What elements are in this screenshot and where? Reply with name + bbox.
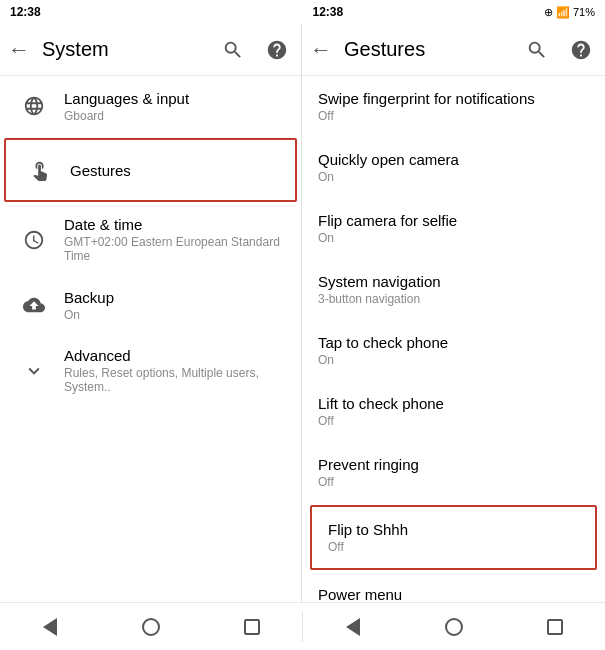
- gesture-item-lift-check[interactable]: Lift to check phone Off: [302, 381, 605, 442]
- gesture-item-power-menu[interactable]: Power menu Show device controls: [302, 572, 605, 602]
- advanced-subtitle: Rules, Reset options, Multiple users, Sy…: [64, 366, 285, 394]
- right-gestures-list: Swipe fingerprint for notifications Off …: [302, 76, 605, 602]
- left-help-button[interactable]: [261, 34, 293, 66]
- main-content: ← System Languages & input Gboard: [0, 24, 605, 602]
- datetime-subtitle: GMT+02:00 Eastern European Standard Time: [64, 235, 285, 263]
- left-back-nav-button[interactable]: [30, 607, 70, 647]
- gesture-item-open-camera[interactable]: Quickly open camera On: [302, 137, 605, 198]
- prevent-ringing-title: Prevent ringing: [318, 456, 589, 473]
- left-toolbar-icons: [217, 34, 293, 66]
- system-navigation-subtitle: 3-button navigation: [318, 292, 589, 306]
- left-home-nav-button[interactable]: [131, 607, 171, 647]
- gesture-item-prevent-ringing[interactable]: Prevent ringing Off: [302, 442, 605, 503]
- status-bar-right: 12:38 ⊕ 📶 71%: [303, 0, 606, 24]
- right-toolbar-icons: [521, 34, 597, 66]
- do-not-disturb-icon: ⊕: [544, 6, 553, 19]
- languages-title: Languages & input: [64, 90, 285, 107]
- left-toolbar: ← System: [0, 24, 301, 76]
- home-nav-icon: [142, 618, 160, 636]
- tap-check-title: Tap to check phone: [318, 334, 589, 351]
- system-navigation-title: System navigation: [318, 273, 589, 290]
- left-panel: ← System Languages & input Gboard: [0, 24, 302, 602]
- gesture-item-flip-shhh[interactable]: Flip to Shhh Off: [310, 505, 597, 570]
- flip-shhh-subtitle: Off: [328, 540, 579, 554]
- power-menu-title: Power menu: [318, 586, 589, 602]
- prevent-ringing-subtitle: Off: [318, 475, 589, 489]
- settings-item-backup[interactable]: Backup On: [0, 275, 301, 335]
- gesture-item-flip-camera[interactable]: Flip camera for selfie On: [302, 198, 605, 259]
- open-camera-title: Quickly open camera: [318, 151, 589, 168]
- left-settings-list: Languages & input Gboard Gestures: [0, 76, 301, 602]
- right-back-nav-icon: [346, 618, 360, 636]
- flip-camera-subtitle: On: [318, 231, 589, 245]
- languages-text: Languages & input Gboard: [64, 90, 285, 123]
- lift-check-subtitle: Off: [318, 414, 589, 428]
- backup-title: Backup: [64, 289, 285, 306]
- clock-icon: [16, 222, 52, 258]
- right-back-nav-button[interactable]: [333, 607, 373, 647]
- lift-check-title: Lift to check phone: [318, 395, 589, 412]
- wifi-icon: 📶: [556, 6, 570, 19]
- swipe-fingerprint-title: Swipe fingerprint for notifications: [318, 90, 589, 107]
- status-time-right: 12:38: [313, 5, 344, 19]
- right-home-nav-icon: [445, 618, 463, 636]
- right-toolbar: ← Gestures: [302, 24, 605, 76]
- nav-bar: [0, 602, 605, 650]
- flip-camera-title: Flip camera for selfie: [318, 212, 589, 229]
- right-back-button[interactable]: ←: [310, 37, 332, 63]
- datetime-text: Date & time GMT+02:00 Eastern European S…: [64, 216, 285, 263]
- status-bar-left: 12:38: [0, 0, 303, 24]
- right-search-button[interactable]: [521, 34, 553, 66]
- tap-check-subtitle: On: [318, 353, 589, 367]
- languages-subtitle: Gboard: [64, 109, 285, 123]
- right-home-nav-button[interactable]: [434, 607, 474, 647]
- open-camera-subtitle: On: [318, 170, 589, 184]
- swipe-fingerprint-subtitle: Off: [318, 109, 589, 123]
- nav-bar-right: [303, 607, 605, 647]
- back-nav-icon: [43, 618, 57, 636]
- gesture-item-system-navigation[interactable]: System navigation 3-button navigation: [302, 259, 605, 320]
- status-time-left: 12:38: [10, 5, 41, 19]
- settings-item-advanced[interactable]: Advanced Rules, Reset options, Multiple …: [0, 335, 301, 406]
- status-bar: 12:38 12:38 ⊕ 📶 71%: [0, 0, 605, 24]
- backup-icon: [16, 287, 52, 323]
- chevron-down-icon: [16, 353, 52, 389]
- settings-item-gestures[interactable]: Gestures: [4, 138, 297, 202]
- right-help-button[interactable]: [565, 34, 597, 66]
- right-recent-nav-button[interactable]: [535, 607, 575, 647]
- right-panel: ← Gestures Swipe fingerprint for notific…: [302, 24, 605, 602]
- gestures-text: Gestures: [70, 162, 279, 179]
- backup-text: Backup On: [64, 289, 285, 322]
- nav-bar-left: [0, 607, 302, 647]
- status-icons-right: ⊕ 📶 71%: [544, 6, 595, 19]
- settings-item-datetime[interactable]: Date & time GMT+02:00 Eastern European S…: [0, 204, 301, 275]
- flip-shhh-title: Flip to Shhh: [328, 521, 579, 538]
- gestures-title: Gestures: [70, 162, 279, 179]
- gesture-item-tap-check[interactable]: Tap to check phone On: [302, 320, 605, 381]
- battery-text: 71%: [573, 6, 595, 18]
- advanced-text: Advanced Rules, Reset options, Multiple …: [64, 347, 285, 394]
- backup-subtitle: On: [64, 308, 285, 322]
- gesture-item-swipe-fingerprint[interactable]: Swipe fingerprint for notifications Off: [302, 76, 605, 137]
- right-panel-title: Gestures: [344, 38, 521, 61]
- advanced-title: Advanced: [64, 347, 285, 364]
- left-recent-nav-button[interactable]: [232, 607, 272, 647]
- settings-item-languages[interactable]: Languages & input Gboard: [0, 76, 301, 136]
- left-panel-title: System: [42, 38, 217, 61]
- right-recent-nav-icon: [547, 619, 563, 635]
- recent-nav-icon: [244, 619, 260, 635]
- left-search-button[interactable]: [217, 34, 249, 66]
- left-back-button[interactable]: ←: [8, 37, 30, 63]
- datetime-title: Date & time: [64, 216, 285, 233]
- gestures-icon: [22, 152, 58, 188]
- language-icon: [16, 88, 52, 124]
